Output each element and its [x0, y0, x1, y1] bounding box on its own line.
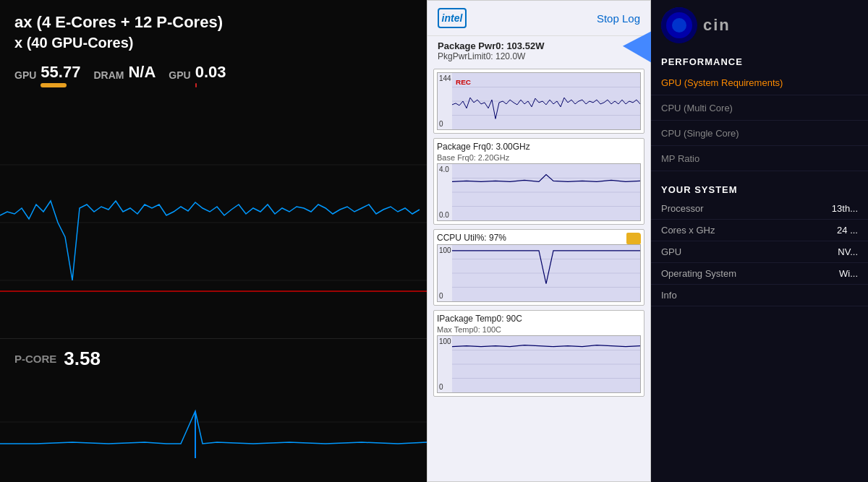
power-y-top: 144 [439, 74, 451, 82]
freq-y-bottom: 0.0 [439, 211, 449, 219]
left-panel: ax (4 E-Cores + 12 P-Cores) x (40 GPU-Co… [0, 0, 427, 482]
power-info: Package Pwr0: 103.52W PkgPwrLimit0: 120.… [427, 36, 650, 64]
os-label: Operating System [661, 268, 736, 279]
cinebench-logo [661, 7, 697, 43]
perf-item-cpu-single[interactable]: CPU (Single Core) [651, 121, 868, 146]
temp-y-bottom: 0 [439, 383, 443, 391]
power-chart-container: 144 0 REC [437, 72, 641, 130]
gpu-sys-value: NV... [838, 246, 858, 257]
dram-value: N/A [128, 63, 156, 82]
sys-row-cores: Cores x GHz 24 ... [651, 220, 868, 241]
pcore-label: P-CORE [14, 353, 56, 365]
info-label: Info [661, 290, 677, 301]
power-chart-svg: REC [452, 73, 640, 129]
util-chart-container: 100 0 [437, 244, 641, 302]
main-chart-svg [0, 107, 427, 338]
temp-subtitle: Max Temp0: 100C [437, 325, 641, 334]
cinebench-brand-text: cin [703, 16, 731, 35]
temp-title: IPackage Temp0: 90C [437, 314, 641, 324]
cores-label: Cores x GHz [661, 225, 715, 236]
perf-item-cpu-multi[interactable]: CPU (Multi Core) [651, 95, 868, 121]
perf-item-mp-ratio[interactable]: MP Ratio [651, 146, 868, 171]
gpu-bar [41, 83, 67, 87]
cpu-title: ax (4 E-Cores + 12 P-Cores) [14, 13, 412, 32]
intel-logo: intel [438, 8, 467, 28]
gpu2-value: 0.03 [195, 63, 226, 82]
processor-value: 13th... [832, 203, 858, 214]
processor-label: Processor [661, 203, 704, 214]
sys-row-os: Operating System Wi... [651, 263, 868, 285]
dram-value-block: N/A [128, 63, 156, 87]
metric-dram: DRAM N/A [93, 63, 156, 87]
cpu-info: ax (4 E-Cores + 12 P-Cores) x (40 GPU-Co… [0, 0, 427, 103]
pcore-value: 3.58 [64, 348, 101, 370]
gpu-sys-label: GPU [661, 246, 681, 257]
performance-title[interactable]: PERFORMANCE [651, 51, 868, 70]
intel-header: intel Stop Log [427, 1, 650, 36]
freq-title: Package Frq0: 3.00GHz [437, 142, 641, 152]
util-chart-svg [452, 245, 640, 301]
sys-row-info: Info [651, 285, 868, 306]
temp-chart-container: 100 0 [437, 335, 641, 393]
metric-gpu2: GPU 0.03 [169, 63, 226, 87]
util-y-bottom: 0 [439, 292, 443, 300]
pkg-limit: PkgPwrLimit0: 120.0W [438, 51, 640, 61]
bottom-chart-area [0, 379, 427, 465]
package-pwr: Package Pwr0: 103.52W [438, 40, 640, 51]
sys-row-gpu: GPU NV... [651, 241, 868, 263]
gpu-value-block: 55.77 [41, 63, 80, 87]
freq-chart-container: 4.0 0.0 [437, 163, 641, 221]
freq-chart-block: Package Frq0: 3.00GHz Base Frq0: 2.20GHz… [433, 138, 644, 225]
dram-label: DRAM [93, 69, 124, 81]
metric-gpu: GPU 55.77 [14, 63, 80, 87]
temp-y-top: 100 [439, 337, 451, 345]
perf-cpu-multi-label: CPU (Multi Core) [661, 103, 733, 113]
stop-log-button[interactable]: Stop Log [597, 12, 640, 25]
freq-subtitle: Base Frq0: 2.20GHz [437, 153, 641, 162]
sys-row-processor: Processor 13th... [651, 198, 868, 220]
power-y-bottom: 0 [439, 120, 443, 128]
perf-item-gpu[interactable]: GPU (System Requirements) [651, 70, 868, 95]
right-panel: cin PERFORMANCE GPU (System Requirements… [651, 0, 868, 482]
metrics-row: GPU 55.77 DRAM N/A GPU 0.03 [14, 63, 412, 87]
your-system-section: YOUR SYSTEM Processor 13th... Cores x GH… [651, 178, 868, 306]
pcore-section: P-CORE 3.58 [0, 338, 427, 379]
cores-value: 24 ... [837, 225, 858, 236]
util-y-top: 100 [439, 246, 451, 254]
power-chart-block: 144 0 REC [433, 69, 644, 134]
perf-cpu-single-label: CPU (Single Core) [661, 128, 739, 139]
gpu2-value-block: 0.03 [195, 63, 226, 87]
temp-chart-svg [452, 336, 640, 392]
gpu-value: 55.77 [41, 63, 80, 82]
perf-gpu-label: GPU (System Requirements) [661, 77, 783, 88]
intel-badge: intel [438, 8, 467, 28]
main-chart-area [0, 107, 427, 338]
intel-text: intel [442, 12, 463, 24]
folder-icon [626, 233, 641, 244]
middle-panel: intel Stop Log Package Pwr0: 103.52W Pkg… [427, 0, 651, 482]
cpu-subtitle: x (40 GPU-Cores) [14, 35, 412, 51]
gpu2-bar [195, 83, 197, 87]
perf-mp-ratio-label: MP Ratio [661, 153, 699, 164]
performance-list: GPU (System Requirements) CPU (Multi Cor… [651, 70, 868, 171]
util-title: CCPU Util%: 97% [437, 233, 641, 243]
gpu-label: GPU [14, 69, 36, 81]
your-system-title: YOUR SYSTEM [651, 178, 868, 198]
cinebench-header: cin [651, 0, 868, 51]
freq-chart-svg [452, 164, 640, 220]
bottom-chart-svg [0, 379, 427, 465]
svg-text:REC: REC [456, 78, 471, 86]
util-chart-block: CCPU Util%: 97% 100 0 [433, 229, 644, 306]
svg-point-28 [672, 18, 686, 33]
temp-chart-block: IPackage Temp0: 90C Max Temp0: 100C 100 … [433, 310, 644, 397]
cinebench-logo-svg [661, 7, 697, 43]
os-value: Wi... [839, 268, 858, 279]
freq-y-top: 4.0 [439, 165, 449, 173]
gpu2-label: GPU [169, 69, 190, 81]
